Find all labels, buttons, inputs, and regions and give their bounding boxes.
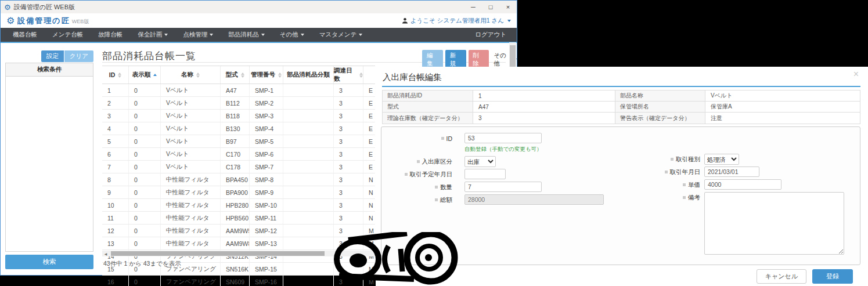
table-row[interactable]: 10VベルトA47SMP-13E <box>102 84 375 97</box>
trans-date-input[interactable] <box>704 166 759 177</box>
table-cell: 3 <box>333 225 363 237</box>
horizontal-scroll-thumb[interactable] <box>111 251 325 256</box>
form-row-trans-date: 取引年月日 <box>608 166 858 178</box>
table-cell: 3 <box>333 110 363 122</box>
table-row[interactable]: 130中性能フィルタAAM9W87SMP-133M <box>102 237 375 250</box>
modal-title-underline <box>382 86 860 87</box>
table-cell <box>283 276 333 286</box>
info-label: 部品名称 <box>615 90 705 101</box>
table-cell: 12 <box>102 225 128 237</box>
ledger-form-panel: ID 自動登録（手動での変更も可） 入出庫区分 出庫 <box>381 126 860 265</box>
nav-item[interactable]: その他 <box>272 28 312 42</box>
table-row[interactable]: 80中性能フィルタBPA450SMP-83N <box>102 173 375 186</box>
nav-item[interactable]: マスタメンテ <box>312 28 370 42</box>
minimize-button[interactable]: ─ <box>464 1 482 13</box>
trans-type-select[interactable]: 処理済 <box>704 154 739 165</box>
io-type-select[interactable]: 出庫 <box>464 156 496 167</box>
column-header[interactable]: 表示順 <box>128 66 160 84</box>
table-cell: N <box>363 186 375 198</box>
table-cell: B97 <box>220 135 249 147</box>
table-row[interactable]: 20VベルトB112SMP-23E <box>102 97 375 110</box>
table-cell: 中性能フィルタ <box>160 237 220 249</box>
nav-item[interactable]: 機器台帳 <box>5 28 45 42</box>
nav-item[interactable]: 部品消耗品 <box>221 28 272 42</box>
table-cell <box>283 199 333 211</box>
table-cell: Vベルト <box>160 84 220 96</box>
column-label: 管理番号 <box>251 71 275 79</box>
table-cell: 0 <box>128 122 160 135</box>
table-cell: 3 <box>333 212 363 224</box>
table-row[interactable]: 30VベルトB118SMP-33E <box>102 110 375 122</box>
column-label: 部品消耗品分類 <box>287 71 330 79</box>
cancel-button[interactable]: キャンセル <box>757 269 806 284</box>
submit-button[interactable]: 登録 <box>812 269 853 284</box>
window-titlebar: ⚙ 設備管理の匠 WEB版 ─ □ × <box>1 1 517 13</box>
table-cell <box>283 135 333 147</box>
table-row[interactable]: 40VベルトB130SMP-43E <box>102 122 375 135</box>
column-header[interactable]: ID <box>102 66 128 84</box>
table-row[interactable]: 70VベルトC178SMP-73E <box>102 161 375 173</box>
table-cell: ファンベアリング <box>160 276 220 286</box>
table-row[interactable]: 60VベルトC170SMP-63E <box>102 148 375 161</box>
table-cell: 4 <box>102 122 128 135</box>
table-cell: SMP-3 <box>249 110 283 122</box>
column-header[interactable]: 調達日数 <box>333 66 363 84</box>
gear-icon: ⚙ <box>4 3 11 11</box>
remarks-label-text: 備考 <box>688 194 700 202</box>
horizontal-scrollbar[interactable]: ◀ <box>102 251 375 256</box>
remarks-label: 備考 <box>608 192 700 203</box>
scroll-left-icon[interactable]: ◀ <box>102 252 109 256</box>
info-label: 部品消耗品ID <box>383 90 473 101</box>
edit-ledger-modal: 入出庫台帳編集 × 部品消耗品ID1部品名称Vベルト型式A47保管場所名保管庫A… <box>376 67 868 286</box>
planned-date-input[interactable] <box>464 169 506 179</box>
sort-icon <box>196 73 200 78</box>
table-cell: B112 <box>220 97 249 109</box>
table-row[interactable]: 100中性能フィルタHPB280SMP-103N <box>102 199 375 212</box>
logout-button[interactable]: ログアウト <box>475 31 512 39</box>
table-row[interactable]: 90中性能フィルタBPA900SMP-93N <box>102 186 375 199</box>
id-input[interactable] <box>464 133 542 143</box>
table-cell: SMP-6 <box>249 148 283 160</box>
table-row[interactable]: 120中性能フィルタAAM9W56SMP-123M <box>102 225 375 237</box>
user-menu[interactable]: ようこそ システム管理者用1 さん <box>402 17 511 25</box>
clear-button[interactable]: クリア <box>64 50 93 62</box>
maximize-button[interactable]: □ <box>482 1 499 13</box>
table-row[interactable]: 110中性能フィルタHPB560SMP-113N <box>102 212 375 225</box>
settings-button[interactable]: 設定 <box>41 50 64 62</box>
unit-price-input[interactable] <box>704 179 781 190</box>
table-cell <box>283 84 333 96</box>
quantity-input[interactable] <box>464 182 542 192</box>
table-cell: M <box>363 276 375 286</box>
table-cell: 3 <box>333 135 363 147</box>
close-button[interactable]: × <box>499 1 517 13</box>
table-cell: 3 <box>102 110 128 122</box>
modal-close-icon[interactable]: × <box>853 69 859 79</box>
table-cell: E <box>363 135 375 147</box>
table-cell: 0 <box>128 135 160 147</box>
table-cell: 3 <box>333 173 363 186</box>
column-header[interactable]: 型式 <box>220 66 249 84</box>
id-label: ID <box>381 133 452 144</box>
search-button[interactable]: 検索 <box>5 255 93 269</box>
table-row[interactable]: 160ファンベアリングSN609SMP-163M <box>102 276 375 286</box>
info-value: A47 <box>473 102 615 112</box>
table-cell: BPA450 <box>220 173 249 186</box>
nav-item[interactable]: メンテ台帳 <box>45 28 91 42</box>
nav-item[interactable]: 点検管理 <box>175 28 221 42</box>
column-label: 名称 <box>181 71 193 79</box>
table-cell <box>283 97 333 109</box>
remarks-textarea[interactable] <box>704 192 844 255</box>
logo-text: 設備管理の匠 <box>17 16 70 26</box>
table-row[interactable]: 50VベルトB97SMP-53E <box>102 135 375 148</box>
nav-item[interactable]: 保全計画 <box>130 28 175 42</box>
window-title: 設備管理の匠 WEB版 <box>14 3 75 12</box>
column-header[interactable]: 名称 <box>160 66 220 84</box>
table-cell: AAM9W87 <box>220 237 249 249</box>
app-logo: ⚙ 設備管理の匠 WEB版 <box>6 16 89 26</box>
table-cell: SN609 <box>220 276 249 286</box>
table-header-row: ID表示順名称型式管理番号部品消耗品分類調達日数 <box>102 66 375 84</box>
trans-type-label-text: 取引種別 <box>676 155 700 164</box>
column-header[interactable]: 管理番号 <box>249 66 283 84</box>
table-cell: 13 <box>102 237 128 249</box>
nav-item[interactable]: 故障台帳 <box>91 28 130 42</box>
